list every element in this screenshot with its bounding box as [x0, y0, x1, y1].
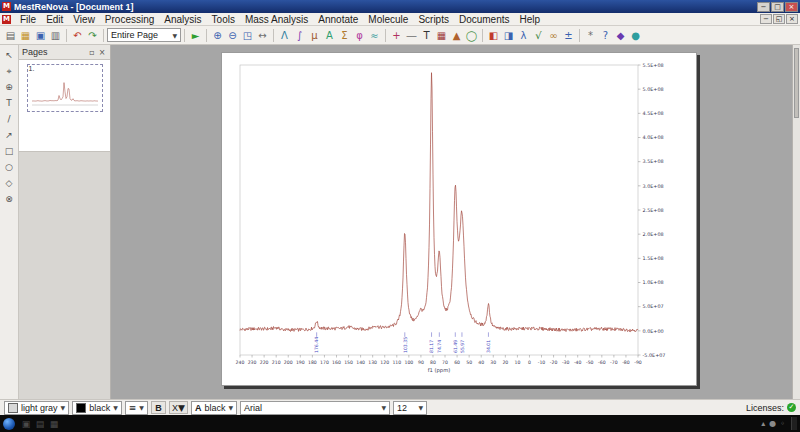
pointer-icon[interactable]: ↖ — [2, 48, 17, 62]
chart-icon[interactable]: ▲ — [449, 28, 464, 43]
float-panel-icon[interactable]: ▫ — [87, 48, 97, 57]
menu-item-file[interactable]: File — [15, 14, 41, 25]
run-script-icon[interactable]: ► — [188, 28, 203, 43]
multiplet-icon[interactable]: μ — [307, 28, 322, 43]
close-button[interactable]: × — [785, 2, 798, 12]
svg-text:-10: -10 — [538, 360, 546, 365]
ellipse-icon[interactable]: ○ — [2, 160, 17, 174]
font-color-prefix: A — [195, 403, 202, 413]
crosshair-tool-icon[interactable]: ⌖ — [2, 64, 17, 78]
menu-item-help[interactable]: Help — [515, 14, 546, 25]
stroke-color-combo[interactable]: black ▼ — [72, 401, 122, 415]
nmr-spectrum-plot[interactable]: 5.5E+085.0E+084.5E+084.0E+083.5E+083.0E+… — [222, 53, 696, 385]
font-color-combo[interactable]: A black ▼ — [191, 401, 237, 415]
tray-misc-icon[interactable]: ◦ — [778, 419, 787, 428]
start-button[interactable] — [3, 418, 15, 430]
zoom-region-icon[interactable]: ◳ — [240, 28, 255, 43]
print-icon[interactable]: ▥ — [48, 28, 63, 43]
baseline-icon[interactable]: ≈ — [367, 28, 382, 43]
page-thumbnail[interactable]: 1. — [27, 64, 103, 112]
sum-icon[interactable]: Σ — [337, 28, 352, 43]
doc-close-button[interactable]: × — [786, 14, 798, 24]
vertical-scrollbar[interactable] — [792, 45, 800, 399]
arrow-icon[interactable]: ↗ — [2, 128, 17, 142]
menu-item-analysis[interactable]: Analysis — [159, 14, 206, 25]
tray-status-icon[interactable]: ● — [767, 419, 778, 428]
maximize-button[interactable]: □ — [771, 2, 784, 12]
menu-item-scripts[interactable]: Scripts — [413, 14, 454, 25]
doc-restore-button[interactable]: ◱ — [773, 14, 785, 24]
text-tool-icon[interactable]: T — [419, 28, 434, 43]
menu-item-processing[interactable]: Processing — [100, 14, 159, 25]
show-desktop-button[interactable] — [791, 417, 797, 430]
sqrt-icon[interactable]: √ — [531, 28, 546, 43]
settings-icon[interactable]: * — [583, 28, 598, 43]
undo-icon[interactable]: ↶ — [70, 28, 85, 43]
menu-item-view[interactable]: View — [68, 14, 100, 25]
bold-button[interactable]: B — [151, 401, 166, 414]
doc-minimize-button[interactable]: − — [760, 14, 772, 24]
menu-item-mass-analysis[interactable]: Mass Analysis — [240, 14, 313, 25]
integration-icon[interactable]: ∫ — [292, 28, 307, 43]
dot-icon[interactable]: ● — [628, 28, 643, 43]
plusminus-icon[interactable]: ± — [561, 28, 576, 43]
font-size-combo[interactable]: 12 ▼ — [393, 401, 427, 415]
diamond-icon[interactable]: ◆ — [613, 28, 628, 43]
palette-icon[interactable]: ◨ — [501, 28, 516, 43]
help-icon[interactable]: ? — [598, 28, 613, 43]
peak-picking-icon[interactable]: Λ — [277, 28, 292, 43]
polygon-icon[interactable]: ◇ — [2, 176, 17, 190]
svg-text:200: 200 — [284, 360, 293, 365]
close-panel-icon[interactable]: × — [97, 48, 107, 57]
page-zoom-combo[interactable]: Entire Page▼ — [107, 28, 181, 42]
rectangle-icon[interactable]: □ — [2, 144, 17, 158]
redo-icon[interactable]: ↷ — [85, 28, 100, 43]
table-icon[interactable]: ▦ — [434, 28, 449, 43]
tray-up-icon[interactable]: ▴ — [759, 419, 767, 428]
line-style-combo[interactable]: ≡ ▼ — [125, 401, 148, 415]
taskbar-app1-icon[interactable]: ▣ — [19, 417, 33, 430]
pages-panel: Pages ▫× 1. — [19, 45, 111, 399]
lambda-icon[interactable]: λ — [516, 28, 531, 43]
menu-item-documents[interactable]: Documents — [454, 14, 515, 25]
document-page[interactable]: 5.5E+085.0E+084.5E+084.0E+083.5E+083.0E+… — [221, 52, 697, 386]
svg-text:-20: -20 — [550, 360, 558, 365]
color-fill-icon[interactable]: ◧ — [486, 28, 501, 43]
subscript-button[interactable]: X ▼ — [169, 401, 188, 414]
font-family-combo[interactable]: Arial ▼ — [240, 401, 390, 415]
crosshair-icon[interactable]: + — [389, 28, 404, 43]
eraser-icon[interactable]: ⊗ — [2, 192, 17, 206]
pan-icon[interactable]: ↔ — [255, 28, 270, 43]
zoom-in-icon[interactable]: ⊕ — [210, 28, 225, 43]
menu-item-molecule[interactable]: Molecule — [363, 14, 413, 25]
molecule-icon[interactable]: ◯ — [464, 28, 479, 43]
taskbar-app3-icon[interactable]: ▦ — [47, 417, 61, 430]
svg-text:80: 80 — [430, 360, 436, 365]
menu-item-annotate[interactable]: Annotate — [313, 14, 363, 25]
infinity-icon[interactable]: ∞ — [546, 28, 561, 43]
phase-icon[interactable]: φ — [352, 28, 367, 43]
new-document-icon[interactable]: ▤ — [3, 28, 18, 43]
zoom-tool-icon[interactable]: ⊕ — [2, 80, 17, 94]
assignment-icon[interactable]: A — [322, 28, 337, 43]
fill-color-combo[interactable]: light gray ▼ — [4, 401, 69, 415]
svg-text:50: 50 — [466, 360, 472, 365]
text-icon[interactable]: T — [2, 96, 17, 110]
zoom-out-icon[interactable]: ⊖ — [225, 28, 240, 43]
document-canvas[interactable]: 5.5E+085.0E+084.5E+084.0E+083.5E+083.0E+… — [111, 45, 800, 399]
svg-text:0.0E+00: 0.0E+00 — [643, 328, 664, 334]
taskbar-app2-icon[interactable]: ▤ — [33, 417, 47, 430]
ruler-icon[interactable]: ― — [404, 28, 419, 43]
svg-text:103.35: 103.35 — [403, 337, 408, 353]
pages-header-icons: ▫× — [87, 48, 107, 57]
save-icon[interactable]: ▣ — [33, 28, 48, 43]
line-icon[interactable]: / — [2, 112, 17, 126]
scrollbar-thumb[interactable] — [794, 48, 799, 118]
font-family-value: Arial — [244, 403, 378, 413]
menu-item-edit[interactable]: Edit — [41, 14, 68, 25]
svg-text:-60: -60 — [598, 360, 606, 365]
minimize-button[interactable]: − — [757, 2, 770, 12]
menu-item-tools[interactable]: Tools — [207, 14, 240, 25]
open-folder-icon[interactable]: ▦ — [18, 28, 33, 43]
page-thumbnail-spectrum — [29, 66, 101, 110]
